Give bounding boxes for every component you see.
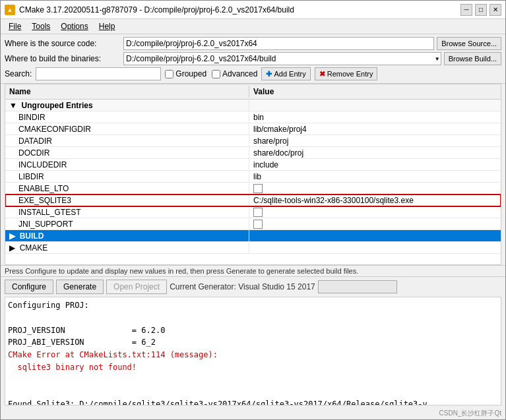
cell-cmake-value — [249, 242, 501, 253]
cell-libdir-value: lib — [249, 171, 501, 182]
platform-input[interactable] — [318, 280, 397, 293]
jni-support-checkbox[interactable] — [253, 220, 263, 229]
advanced-label: Advanced — [222, 69, 257, 78]
advanced-checkbox[interactable] — [212, 70, 220, 78]
status-bar: Press Configure to update and display ne… — [1, 265, 505, 276]
cell-docdir-value: share/doc/proj — [249, 147, 501, 158]
minimize-button[interactable]: ─ — [460, 4, 472, 16]
cell-enable-lto-value — [249, 183, 501, 194]
log-line: PROJ_VERSION = 6.2.0 — [8, 325, 498, 336]
source-input[interactable] — [123, 37, 434, 50]
table-row[interactable]: CMAKECONFIGDIR lib/cmake/proj4 — [5, 123, 501, 135]
close-button[interactable]: ✕ — [490, 4, 501, 16]
build-input[interactable] — [123, 52, 441, 65]
menu-options[interactable]: Options — [55, 20, 93, 32]
grouped-checkbox-label[interactable]: Grouped — [165, 69, 206, 78]
log-line-error: sqlite3 binary not found! — [8, 362, 498, 373]
build-row: Where to build the binaries: ▼ Browse Bu… — [5, 52, 501, 65]
menu-help[interactable]: Help — [94, 20, 121, 32]
table-row[interactable]: INCLUDEDIR include — [5, 159, 501, 171]
x-icon: ✖ — [319, 70, 325, 78]
log-line: PROJ_ABI_VERSION = 6_2 — [8, 337, 498, 348]
table-scroll[interactable]: ▼ Ungrouped Entries BINDIR bin CMAKECONF… — [5, 100, 501, 264]
configure-button[interactable]: Configure — [5, 280, 53, 294]
titlebar-controls: ─ □ ✕ — [460, 4, 501, 16]
table-header: Name Value — [5, 84, 501, 100]
titlebar-left: ▲ CMake 3.17.20200511-g8787079 - D:/comp… — [5, 5, 294, 15]
plus-icon: ✚ — [266, 70, 272, 78]
chevron-right-icon: ▶ — [9, 243, 15, 253]
cell-cmakeconfigdir-name: CMAKECONFIGDIR — [5, 123, 249, 135]
table-row[interactable]: ENABLE_LTO — [5, 183, 501, 195]
grouped-label: Grouped — [175, 69, 206, 78]
chevron-right-icon: ▶ — [9, 231, 15, 241]
generate-button[interactable]: Generate — [56, 280, 104, 294]
cell-docdir-name: DOCDIR — [5, 147, 249, 158]
source-row: Where is the source code: Browse Source.… — [5, 37, 501, 50]
table-row[interactable]: INSTALL_GTEST — [5, 206, 501, 218]
table-row[interactable]: JNI_SUPPORT — [5, 218, 501, 230]
search-label: Search: — [5, 69, 32, 78]
log-line — [8, 375, 498, 386]
menubar: File Tools Options Help — [1, 19, 505, 34]
table-row[interactable]: LIBDIR lib — [5, 171, 501, 183]
generator-label: Current Generator: Visual Studio 15 2017 — [170, 282, 315, 291]
search-row: Search: Grouped Advanced ✚ Add Entry ✖ R… — [5, 67, 501, 80]
log-line: Found Sqlite3: D:/compile/sqlite3/sqlite… — [8, 399, 498, 405]
log-line-error: CMake Error at CMakeLists.txt:114 (messa… — [8, 349, 498, 361]
cell-jni-support-name: JNI_SUPPORT — [5, 218, 249, 229]
cell-libdir-name: LIBDIR — [5, 171, 249, 182]
table-row[interactable]: ▶ BUILD — [5, 230, 501, 242]
cell-cmakeconfigdir-value: lib/cmake/proj4 — [249, 123, 501, 135]
browse-build-button[interactable]: Browse Build... — [444, 52, 501, 65]
log-area[interactable]: Configuring PROJ: PROJ_VERSION = 6.2.0 P… — [5, 297, 501, 405]
group-value-ungrouped — [249, 105, 501, 106]
log-line: Configuring PROJ: — [8, 300, 498, 311]
table-row[interactable]: ▶ CMAKE — [5, 242, 501, 254]
open-project-button[interactable]: Open Project — [106, 280, 167, 294]
remove-entry-button[interactable]: ✖ Remove Entry — [315, 67, 378, 80]
col-name-header: Name — [5, 86, 249, 98]
table-row[interactable]: DOCDIR share/doc/proj — [5, 147, 501, 159]
generator-value: Visual Studio 15 2017 — [238, 282, 315, 291]
chevron-down-icon: ▼ — [9, 101, 17, 110]
table-area: Name Value ▼ Ungrouped Entries BINDIR bi… — [5, 84, 501, 265]
cell-build-value — [249, 230, 501, 241]
table-row[interactable]: ▼ Ungrouped Entries — [5, 100, 501, 111]
add-entry-button[interactable]: ✚ Add Entry — [261, 67, 310, 80]
search-input[interactable] — [36, 67, 161, 80]
install-gtest-checkbox[interactable] — [253, 208, 263, 217]
group-name-ungrouped: ▼ Ungrouped Entries — [5, 100, 249, 111]
browse-source-button[interactable]: Browse Source... — [437, 37, 501, 50]
enable-lto-checkbox[interactable] — [253, 184, 263, 193]
cell-jni-support-value — [249, 218, 501, 229]
menu-file[interactable]: File — [3, 20, 26, 32]
window-title: CMake 3.17.20200511-g8787079 - D:/compil… — [19, 5, 294, 15]
cell-datadir-name: DATADIR — [5, 135, 249, 146]
cell-includedir-name: INCLUDEDIR — [5, 159, 249, 170]
advanced-checkbox-label[interactable]: Advanced — [212, 69, 257, 78]
table-row[interactable]: EXE_SQLITE3 C:/sqlite-tools-win32-x86-33… — [5, 195, 501, 206]
build-select-wrapper: ▼ — [123, 52, 441, 65]
remove-entry-label: Remove Entry — [327, 70, 373, 78]
app-icon: ▲ — [5, 5, 15, 15]
table-row[interactable]: DATADIR share/proj — [5, 135, 501, 147]
log-line — [8, 387, 498, 398]
cell-build-name: ▶ BUILD — [5, 230, 249, 241]
cell-datadir-value: share/proj — [249, 135, 501, 146]
table-row[interactable]: BINDIR bin — [5, 111, 501, 123]
grouped-checkbox[interactable] — [165, 70, 174, 78]
menu-tools[interactable]: Tools — [26, 20, 55, 32]
source-label: Where is the source code: — [5, 39, 123, 48]
maximize-button[interactable]: □ — [475, 4, 487, 16]
main-window: ▲ CMake 3.17.20200511-g8787079 - D:/comp… — [0, 0, 506, 420]
log-line — [8, 313, 498, 324]
cell-install-gtest-name: INSTALL_GTEST — [5, 206, 249, 218]
checkbox-group: Grouped Advanced — [165, 69, 257, 78]
status-text: Press Configure to update and display ne… — [5, 267, 358, 275]
cell-bindir-name: BINDIR — [5, 111, 249, 123]
cell-exe-sqlite3-name: EXE_SQLITE3 — [5, 195, 249, 206]
cell-exe-sqlite3-value: C:/sqlite-tools-win32-x86-3300100/sqlite… — [249, 195, 501, 206]
add-entry-label: Add Entry — [274, 70, 305, 78]
build-label: Where to build the binaries: — [5, 54, 123, 63]
